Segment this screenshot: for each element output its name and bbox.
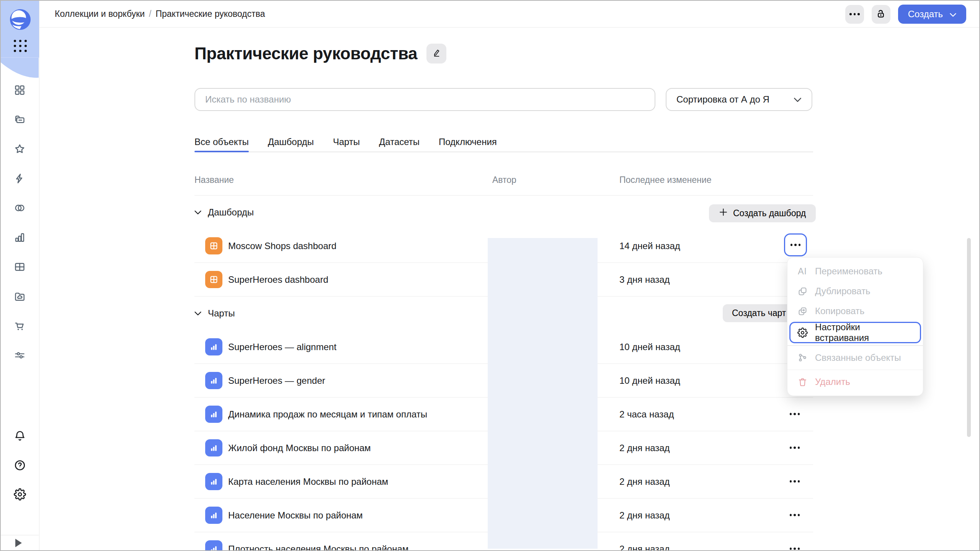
tab-connections[interactable]: Подключения (439, 132, 497, 152)
section-dashboards[interactable]: Дашборды Создать дашборд (194, 196, 813, 229)
table-icon[interactable] (14, 261, 26, 274)
datalens-logo[interactable] (10, 9, 31, 30)
object-name[interactable]: Динамика продаж по месяцам и типам оплат… (228, 409, 427, 420)
object-name[interactable]: Жилой фонд Москвы по районам (228, 443, 371, 453)
tab-charts[interactable]: Чарты (333, 132, 360, 152)
app-window: Коллекции и воркбуки / Практические руко… (0, 0, 980, 551)
menu-item-embed-settings[interactable]: Настройки встраивания (789, 322, 921, 343)
chart-icon (205, 473, 222, 490)
sidebar-expand-bar[interactable] (1, 535, 39, 550)
page-title: Практические руководства (194, 44, 417, 63)
chevron-down-icon (194, 210, 201, 215)
sort-select-value: Сортировка от А до Я (676, 94, 769, 105)
last-modified: 2 дня назад (619, 443, 670, 453)
dashboard-icon (205, 237, 222, 254)
row-actions-button[interactable] (783, 504, 806, 527)
row-actions-button[interactable] (783, 537, 806, 551)
title-row: Практические руководства (194, 44, 446, 64)
access-lock-button[interactable] (872, 5, 890, 24)
menu-item-copy[interactable]: Копировать (787, 301, 923, 321)
object-name[interactable]: SuperHeroes — alignment (228, 342, 336, 352)
last-modified: 2 дня назад (619, 510, 670, 521)
menu-item-delete[interactable]: Удалить (787, 372, 923, 392)
last-modified: 10 дней назад (619, 375, 680, 386)
menu-item-rename[interactable]: AI Переименовать (787, 261, 923, 281)
bar-chart-icon[interactable] (14, 231, 26, 245)
object-name[interactable]: Плотность населения Москвы по районам (228, 544, 408, 551)
lightning-icon[interactable] (14, 173, 26, 186)
help-icon[interactable] (14, 459, 26, 473)
object-name[interactable]: SuperHeroes — gender (228, 375, 325, 386)
create-chart-label: Создать чарт (732, 308, 786, 318)
tab-datasets[interactable]: Датасеты (379, 132, 420, 152)
bell-icon[interactable] (14, 430, 26, 444)
edit-title-button[interactable] (426, 44, 446, 64)
menu-item-label: Удалить (815, 377, 850, 387)
table-header: Название Автор Последнее изменение (194, 152, 813, 196)
copy-icon (797, 306, 808, 316)
grid-icon[interactable] (14, 84, 26, 98)
search-input[interactable] (194, 88, 655, 111)
last-modified: 10 дней назад (619, 342, 680, 352)
create-dashboard-button[interactable]: Создать дашборд (709, 204, 816, 222)
row-actions-button-focused[interactable] (784, 233, 807, 256)
menu-item-label: Переименовать (815, 266, 882, 277)
breadcrumb-parent-link[interactable]: Коллекции и воркбуки (55, 9, 145, 19)
menu-item-related-objects[interactable]: Связанные объекты (787, 348, 923, 368)
row-actions-button[interactable] (783, 403, 806, 425)
chart-icon (205, 338, 222, 355)
menu-item-duplicate[interactable]: Дублировать (787, 281, 923, 301)
sidebar-bottom-nav (1, 430, 39, 502)
column-header-author[interactable]: Автор (492, 175, 516, 185)
object-name[interactable]: Население Москвы по районам (228, 510, 363, 521)
create-button-label: Создать (908, 9, 943, 20)
rename-icon: AI (797, 266, 808, 277)
circles-icon[interactable] (14, 202, 26, 215)
chart-icon (205, 540, 222, 551)
chart-icon (205, 507, 222, 524)
menu-item-label: Связанные объекты (815, 352, 901, 363)
star-icon[interactable] (14, 143, 26, 156)
cloud-folder-icon[interactable] (14, 290, 26, 304)
menu-item-label: Настройки встраивания (815, 322, 913, 343)
plus-icon (719, 208, 728, 219)
trash-icon (797, 377, 808, 387)
object-name[interactable]: SuperHeroes dashboard (228, 274, 328, 285)
breadcrumb-separator: / (149, 9, 151, 19)
edit-pencil-icon (432, 48, 441, 59)
topbar-actions: Создать (845, 5, 966, 24)
row-actions-button[interactable] (783, 436, 806, 459)
object-name[interactable]: Карта населения Москвы по районам (228, 476, 388, 487)
author-column-overlay (488, 238, 598, 549)
menu-item-label: Дублировать (815, 286, 871, 297)
row-context-menu: AI Переименовать Дублировать Копировать … (787, 257, 923, 396)
sliders-icon[interactable] (14, 349, 26, 363)
last-modified: 2 дня назад (619, 476, 670, 487)
column-header-modified[interactable]: Последнее изменение (619, 175, 711, 185)
chevron-down-icon (194, 311, 201, 316)
filter-row: Сортировка от А до Я (194, 88, 813, 111)
object-name[interactable]: Moscow Shops dashboard (228, 241, 336, 251)
row-actions-button[interactable] (783, 470, 806, 493)
sidebar-nav (1, 84, 39, 363)
sort-select[interactable]: Сортировка от А до Я (666, 88, 812, 111)
more-actions-button[interactable] (845, 5, 864, 24)
menu-item-label: Копировать (815, 306, 864, 316)
tab-all-objects[interactable]: Все объекты (194, 132, 249, 152)
sidebar (1, 1, 39, 550)
gear-icon[interactable] (14, 488, 26, 502)
unlock-icon (875, 8, 886, 20)
create-button[interactable]: Создать (898, 5, 966, 24)
chevron-down-icon (950, 9, 956, 20)
apps-grid-icon[interactable] (14, 40, 27, 52)
chart-icon (205, 372, 222, 389)
cart-icon[interactable] (14, 320, 26, 333)
breadcrumb-current: Практические руководства (155, 9, 265, 19)
dashboard-icon (205, 271, 222, 288)
column-header-name[interactable]: Название (194, 175, 234, 185)
collections-icon[interactable] (14, 114, 26, 127)
chart-icon (205, 406, 222, 423)
chart-icon (205, 439, 222, 456)
scrollbar-thumb[interactable] (967, 238, 971, 437)
tab-dashboards[interactable]: Дашборды (268, 132, 314, 152)
